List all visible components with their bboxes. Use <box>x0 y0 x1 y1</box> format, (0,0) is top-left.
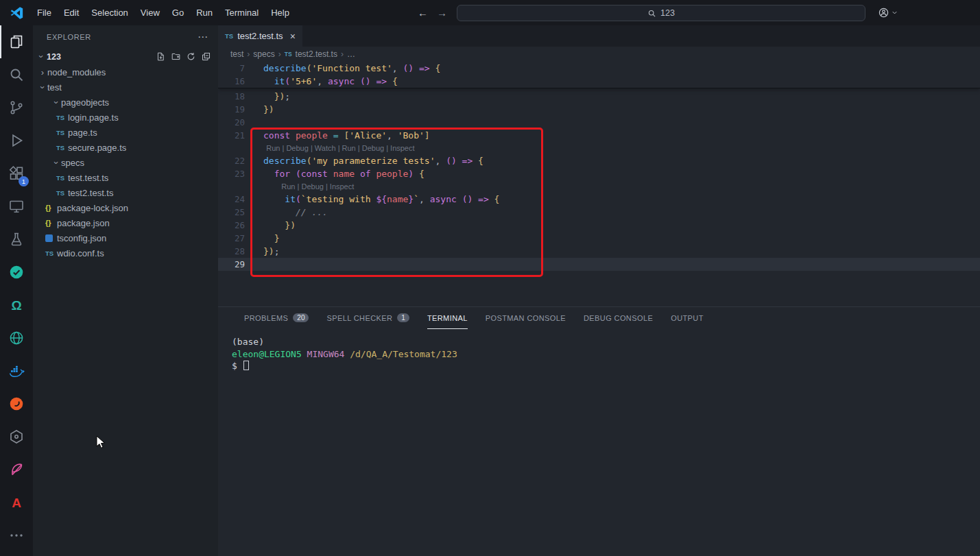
tree-item-pageobjects[interactable]: ›pageobjects <box>33 95 218 110</box>
menu-terminal[interactable]: Terminal <box>219 0 265 25</box>
line-number[interactable]: 22 <box>218 154 263 167</box>
code-line-20[interactable]: 20 <box>218 116 980 129</box>
line-number[interactable]: 28 <box>218 245 263 258</box>
tree-item-test.test.ts[interactable]: TStest.test.ts <box>33 170 218 185</box>
nav-back-icon[interactable]: ← <box>418 0 428 25</box>
line-number[interactable]: 21 <box>218 129 263 142</box>
activity-more-icon[interactable] <box>0 519 33 552</box>
breadcrumb-item[interactable]: test <box>230 49 243 59</box>
activity-letter-a-icon[interactable]: A <box>0 486 33 519</box>
activity-feather-icon[interactable] <box>0 453 33 486</box>
activity-search-icon[interactable] <box>0 58 33 91</box>
tree-item-label: package.json <box>57 218 110 228</box>
activity-source-control-icon[interactable] <box>0 91 33 124</box>
code-line-26[interactable]: 26 }) <box>218 219 980 232</box>
tree-item-page.ts[interactable]: TSpage.ts <box>33 125 218 140</box>
tree-item-wdio.conf.ts[interactable]: TSwdio.conf.ts <box>33 245 218 261</box>
code-line-25[interactable]: 25 // ... <box>218 206 980 219</box>
panel-tab-debug-console[interactable]: DEBUG CONSOLE <box>584 307 653 329</box>
line-number[interactable]: 24 <box>218 193 263 206</box>
activity-extensions-icon[interactable]: 1 <box>0 157 33 190</box>
account-menu[interactable] <box>878 0 898 25</box>
code-content: Run | Debug | Watch | Run | Debug | Insp… <box>263 142 980 154</box>
activity-globe-icon[interactable] <box>0 322 33 354</box>
activity-run-debug-icon[interactable] <box>0 124 33 157</box>
line-number[interactable]: 19 <box>218 103 263 116</box>
code-line-27[interactable]: 27 } <box>218 232 980 245</box>
line-number[interactable]: 16 <box>218 75 263 88</box>
menu-file[interactable]: File <box>31 0 58 25</box>
menu-selection[interactable]: Selection <box>85 0 134 25</box>
sticky-scroll[interactable]: 7describe('Function test', () => {16 it(… <box>218 62 980 88</box>
code-line-19[interactable]: 19}) <box>218 103 980 116</box>
codelens-actions[interactable]: Run | Debug | Inspect <box>281 182 354 191</box>
breadcrumb-item[interactable]: specs <box>253 49 274 59</box>
tree-item-login.page.ts[interactable]: TSlogin.page.ts <box>33 110 218 125</box>
code-line-24[interactable]: 24 it(`testing with ${name}`, async () =… <box>218 193 980 206</box>
line-number[interactable]: 29 <box>218 258 263 271</box>
breadcrumb-item[interactable]: … <box>347 49 355 59</box>
tree-item-package.json[interactable]: {}package.json <box>33 215 218 230</box>
activity-testing-flask-icon[interactable] <box>0 223 33 256</box>
tab-close-icon[interactable]: × <box>290 31 296 42</box>
refresh-icon[interactable] <box>186 51 196 62</box>
line-number[interactable]: 18 <box>218 90 263 103</box>
new-folder-icon[interactable] <box>171 51 181 62</box>
project-root-row[interactable]: › 123 <box>33 49 218 64</box>
nav-forward-icon[interactable]: → <box>437 0 447 25</box>
line-number[interactable]: 27 <box>218 232 263 245</box>
command-center-search[interactable]: 123 <box>457 5 865 21</box>
line-number[interactable] <box>218 142 263 154</box>
panel-tab-postman-console[interactable]: POSTMAN CONSOLE <box>486 307 566 329</box>
activity-postman-icon[interactable] <box>0 387 33 420</box>
explorer-title: EXPLORER <box>47 33 91 41</box>
panel-tab-output[interactable]: OUTPUT <box>671 307 704 329</box>
tree-item-tsconfig.json[interactable]: tsconfig.json <box>33 230 218 245</box>
tab-test2-test-ts[interactable]: TS test2.test.ts × <box>218 25 302 47</box>
codelens-actions[interactable]: Run | Debug | Watch | Run | Debug | Insp… <box>266 144 414 152</box>
panel-tab-spell-checker[interactable]: SPELL CHECKER1 <box>326 307 409 329</box>
code-line-29[interactable]: 29 <box>218 258 980 271</box>
terminal-content[interactable]: (base)eleon@LEGION5 MINGW64 /d/QA_A/Test… <box>218 329 980 372</box>
code-line-18[interactable]: 18 }); <box>218 90 980 103</box>
line-number[interactable]: 20 <box>218 116 263 129</box>
activity-hexagon-icon[interactable] <box>0 420 33 453</box>
menu-go[interactable]: Go <box>166 0 190 25</box>
tree-item-node_modules[interactable]: ›node_modules <box>33 64 218 80</box>
panel-tab-problems[interactable]: PROBLEMS20 <box>244 307 309 329</box>
codelens-row[interactable]: Run | Debug | Inspect <box>218 180 980 193</box>
activity-remote-explorer-icon[interactable] <box>0 190 33 223</box>
breadcrumb-item[interactable]: test2.test.ts <box>296 49 337 59</box>
menu-edit[interactable]: Edit <box>58 0 85 25</box>
code-line-21[interactable]: 21const people = ['Alice', 'Bob'] <box>218 129 980 142</box>
tree-item-secure.page.ts[interactable]: TSsecure.page.ts <box>33 140 218 155</box>
codelens-row[interactable]: Run | Debug | Watch | Run | Debug | Insp… <box>218 142 980 154</box>
code-line-28[interactable]: 28}); <box>218 245 980 258</box>
code-area[interactable]: 7describe('Function test', () => {16 it(… <box>218 62 980 306</box>
code-line-7[interactable]: 7describe('Function test', () => { <box>218 62 980 75</box>
activity-check-circle-icon[interactable] <box>0 256 33 289</box>
activity-files-icon[interactable] <box>0 25 33 58</box>
line-number[interactable] <box>218 180 263 193</box>
code-line-23[interactable]: 23 for (const name of people) { <box>218 167 980 180</box>
line-number[interactable]: 7 <box>218 62 263 75</box>
line-number[interactable]: 26 <box>218 219 263 232</box>
more-icon <box>8 527 25 544</box>
collapse-all-icon[interactable] <box>201 51 211 62</box>
menu-run[interactable]: Run <box>190 0 219 25</box>
menu-view[interactable]: View <box>134 0 166 25</box>
line-number[interactable]: 23 <box>218 167 263 180</box>
code-line-16[interactable]: 16 it('5+6', async () => { <box>218 75 980 88</box>
tree-item-package-lock.json[interactable]: {}package-lock.json <box>33 200 218 215</box>
code-line-22[interactable]: 22describe('my parameterize tests', () =… <box>218 154 980 167</box>
line-number[interactable]: 25 <box>218 206 263 219</box>
panel-tab-terminal[interactable]: TERMINAL <box>427 307 468 329</box>
menu-help[interactable]: Help <box>265 0 296 25</box>
explorer-more-icon[interactable]: ⋯ <box>198 31 208 43</box>
tree-item-specs[interactable]: ›specs <box>33 155 218 170</box>
new-file-icon[interactable] <box>156 51 166 62</box>
tree-item-test[interactable]: ›test <box>33 80 218 95</box>
activity-omega-icon[interactable]: Ω <box>0 289 33 322</box>
tree-item-test2.test.ts[interactable]: TStest2.test.ts <box>33 185 218 200</box>
activity-docker-icon[interactable] <box>0 354 33 387</box>
